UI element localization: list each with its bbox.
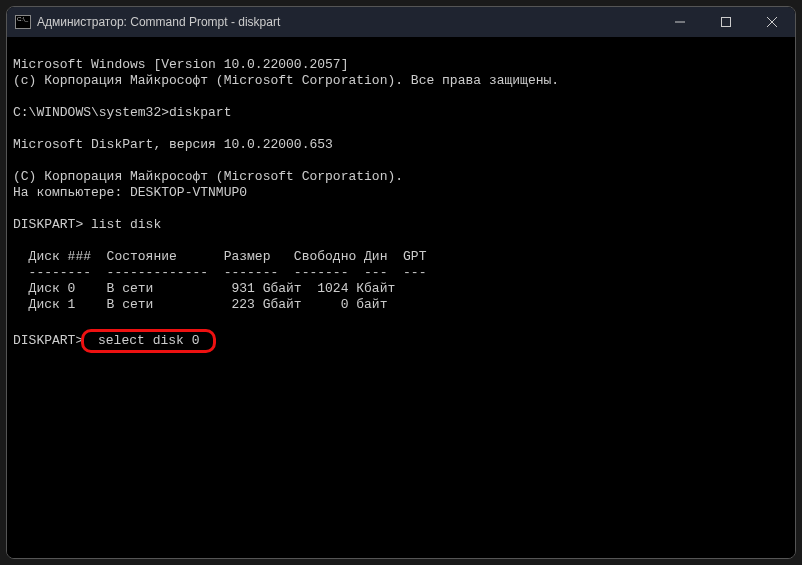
titlebar[interactable]: Администратор: Command Prompt - diskpart — [7, 7, 795, 37]
typed-command: diskpart — [169, 105, 231, 120]
window-controls — [657, 7, 795, 37]
blank-line — [13, 153, 21, 168]
typed-command: select disk 0 — [90, 333, 207, 348]
table-row: Диск 0 В сети 931 Gбайт 1024 Кбайт — [13, 281, 395, 296]
prompt-path: C:\WINDOWS\system32> — [13, 105, 169, 120]
current-prompt-line: DISKPART> select disk 0 — [13, 329, 789, 353]
typed-command: list disk — [91, 217, 161, 232]
highlighted-command: select disk 0 — [81, 329, 216, 353]
diskpart-prompt: DISKPART> — [13, 217, 91, 232]
command-prompt-window: Администратор: Command Prompt - diskpart… — [6, 6, 796, 559]
blank-line — [13, 313, 21, 328]
output-line: На компьютере: DESKTOP-VTNMUP0 — [13, 185, 247, 200]
maximize-button[interactable] — [703, 7, 749, 37]
cmd-icon — [15, 15, 31, 29]
minimize-button[interactable] — [657, 7, 703, 37]
blank-line — [13, 233, 21, 248]
table-separator: -------- ------------- ------- ------- -… — [13, 265, 426, 280]
output-line: (C) Корпорация Майкрософт (Microsoft Cor… — [13, 169, 403, 184]
prompt-line: DISKPART> list disk — [13, 217, 161, 232]
diskpart-prompt: DISKPART> — [13, 333, 83, 349]
output-line: Microsoft Windows [Version 10.0.22000.20… — [13, 57, 348, 72]
blank-line — [13, 121, 21, 136]
blank-line — [13, 89, 21, 104]
window-title: Администратор: Command Prompt - diskpart — [37, 15, 280, 29]
close-button[interactable] — [749, 7, 795, 37]
table-row: Диск 1 В сети 223 Gбайт 0 байт — [13, 297, 387, 312]
table-header: Диск ### Состояние Размер Свободно Дин G… — [13, 249, 426, 264]
svg-rect-1 — [722, 18, 731, 27]
output-line: (c) Корпорация Майкрософт (Microsoft Cor… — [13, 73, 559, 88]
output-line: Microsoft DiskPart, версия 10.0.22000.65… — [13, 137, 333, 152]
blank-line — [13, 201, 21, 216]
terminal-output[interactable]: Microsoft Windows [Version 10.0.22000.20… — [7, 37, 795, 558]
prompt-line: C:\WINDOWS\system32>diskpart — [13, 105, 231, 120]
